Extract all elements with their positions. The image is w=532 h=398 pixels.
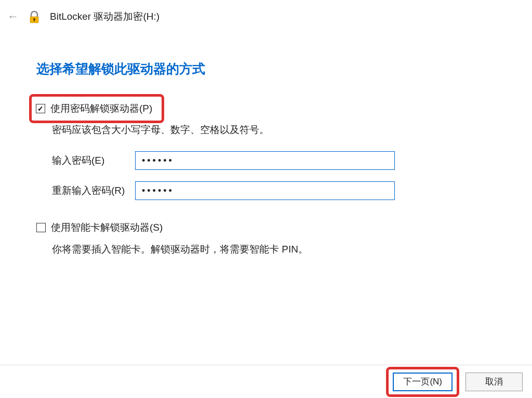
page-heading: 选择希望解锁此驱动器的方式 [36, 60, 496, 77]
back-arrow-icon[interactable]: ← [7, 11, 19, 22]
use-password-option: 使用密码解锁驱动器(P) 密码应该包含大小写字母、数字、空格以及符号。 输入密码… [36, 94, 496, 200]
content: 选择希望解锁此驱动器的方式 使用密码解锁驱动器(P) 密码应该包含大小写字母、数… [0, 29, 532, 256]
reenter-password-label: 重新输入密码(R) [52, 184, 135, 197]
bitlocker-icon [27, 9, 42, 24]
header: ← BitLocker 驱动器加密(H:) [0, 0, 532, 29]
next-button[interactable]: 下一页(N) [393, 373, 453, 391]
password-desc: 密码应该包含大小写字母、数字、空格以及符号。 [52, 123, 496, 137]
svg-rect-2 [34, 19, 35, 21]
use-smartcard-option: 使用智能卡解锁驱动器(S) 你将需要插入智能卡。解锁驱动器时，将需要智能卡 PI… [36, 221, 496, 256]
highlight-use-password: 使用密码解锁驱动器(P) [29, 94, 164, 123]
window-title: BitLocker 驱动器加密(H:) [50, 10, 159, 23]
highlight-next-button: 下一页(N) [386, 367, 459, 397]
use-smartcard-label: 使用智能卡解锁驱动器(S) [51, 221, 163, 234]
enter-password-label: 输入密码(E) [52, 154, 135, 167]
footer: 下一页(N) 取消 [0, 365, 532, 398]
enter-password-input[interactable] [135, 151, 395, 170]
reenter-password-row: 重新输入密码(R) [52, 181, 496, 200]
use-password-label: 使用密码解锁驱动器(P) [50, 102, 152, 115]
smartcard-desc: 你将需要插入智能卡。解锁驱动器时，将需要智能卡 PIN。 [52, 243, 496, 256]
use-password-checkbox[interactable] [36, 104, 45, 113]
enter-password-row: 输入密码(E) [52, 151, 496, 170]
cancel-button[interactable]: 取消 [466, 373, 523, 391]
use-smartcard-checkbox[interactable] [36, 223, 46, 232]
reenter-password-input[interactable] [135, 181, 395, 200]
